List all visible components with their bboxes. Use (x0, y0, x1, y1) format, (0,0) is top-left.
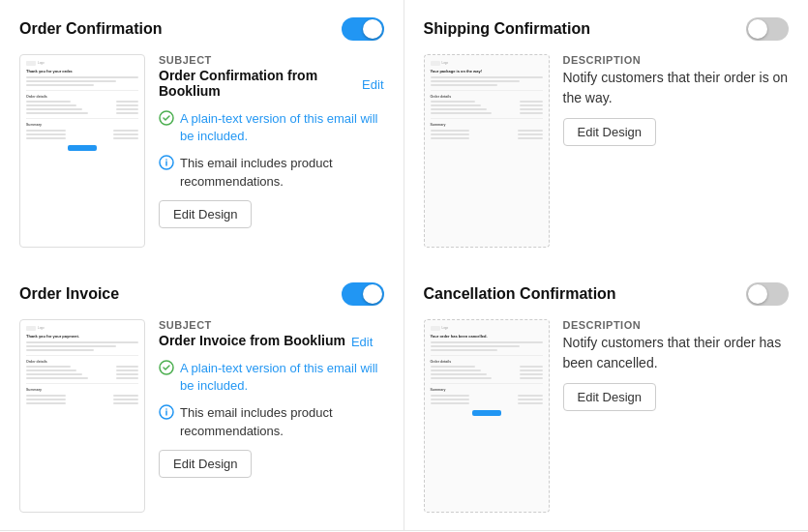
svg-point-7 (165, 409, 167, 411)
order-invoice-edit-link[interactable]: Edit (351, 335, 373, 349)
order-invoice-plain-text-badge: A plain-text version of this email will … (159, 360, 384, 395)
order-invoice-title: Order Invoice (19, 285, 119, 303)
order-invoice-plain-text-text: A plain-text version of this email will … (180, 360, 384, 395)
order-confirmation-edit-link[interactable]: Edit (362, 77, 383, 92)
cancellation-confirmation-preview: LogoYour order has been cancelled.Order … (424, 319, 550, 513)
order-confirmation-info: SubjectOrder Confirmation from BookliumE… (159, 54, 384, 248)
order-invoice-subject-label: Subject (159, 319, 384, 331)
shipping-confirmation-edit-design-button[interactable]: Edit Design (563, 118, 656, 146)
shipping-confirmation-title: Shipping Confirmation (424, 20, 590, 38)
order-confirmation-plain-text-badge: A plain-text version of this email will … (159, 110, 384, 145)
order-confirmation-plain-text-text: A plain-text version of this email will … (180, 110, 384, 145)
cancellation-confirmation-info: DescriptionNotify customers that their o… (563, 319, 790, 513)
order-invoice-info: SubjectOrder Invoice from BookliumEdit A… (159, 319, 384, 513)
order-confirmation-preview: LogoThank you for your order.Order detai… (19, 54, 145, 248)
svg-point-3 (165, 160, 167, 162)
order-confirmation-toggle[interactable] (342, 17, 384, 41)
order-invoice-preview: LogoThank you for your payment.Order det… (19, 319, 145, 513)
shipping-confirmation-info: DescriptionNotify customers that their o… (563, 54, 790, 248)
shipping-confirmation-preview: LogoYour package is on the way!Order det… (424, 54, 550, 248)
order-invoice-product-rec-text: This email includes product recommendati… (180, 404, 384, 439)
order-invoice-check-icon (159, 360, 174, 375)
cancellation-confirmation-description-label: Description (563, 319, 790, 331)
order-invoice-section: Order InvoiceLogoThank you for your paym… (0, 265, 404, 530)
shipping-confirmation-description-label: Description (563, 54, 790, 66)
order-confirmation-product-rec-text: This email includes product recommendati… (180, 155, 384, 190)
cancellation-confirmation-toggle[interactable] (746, 282, 789, 306)
order-invoice-product-rec-badge: This email includes product recommendati… (159, 404, 384, 439)
shipping-confirmation-description: Notify customers that their order is on … (563, 68, 790, 108)
order-confirmation-subject-label: Subject (159, 54, 384, 66)
order-confirmation-edit-design-button[interactable]: Edit Design (159, 200, 252, 228)
order-invoice-info-icon (159, 404, 174, 420)
order-confirmation-section: Order ConfirmationLogoThank you for your… (0, 0, 404, 265)
order-confirmation-check-icon (159, 110, 174, 126)
shipping-confirmation-toggle[interactable] (746, 17, 789, 41)
cancellation-confirmation-edit-design-button[interactable]: Edit Design (563, 383, 656, 411)
order-invoice-toggle[interactable] (342, 282, 384, 306)
cancellation-confirmation-section: Cancellation ConfirmationLogoYour order … (404, 265, 809, 530)
order-invoice-subject: Order Invoice from Booklium (159, 333, 345, 348)
order-invoice-edit-design-button[interactable]: Edit Design (159, 450, 252, 478)
shipping-confirmation-section: Shipping ConfirmationLogoYour package is… (404, 0, 809, 265)
cancellation-confirmation-description: Notify customers that their order has be… (563, 333, 790, 373)
order-confirmation-product-rec-badge: This email includes product recommendati… (159, 155, 384, 190)
cancellation-confirmation-title: Cancellation Confirmation (424, 285, 616, 303)
order-confirmation-subject: Order Confirmation from Booklium (159, 68, 356, 99)
order-confirmation-title: Order Confirmation (19, 20, 163, 38)
order-confirmation-info-icon (159, 155, 174, 170)
